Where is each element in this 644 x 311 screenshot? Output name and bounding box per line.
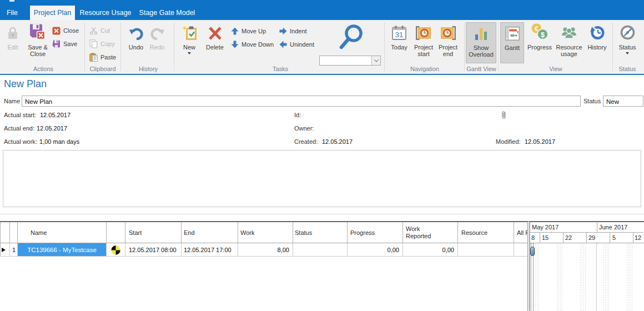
arrow-down-icon xyxy=(231,41,239,48)
status-input-field[interactable] xyxy=(603,97,643,107)
work-cell[interactable]: 8,00 xyxy=(238,243,289,256)
tab-resource-usage[interactable]: Resource Usage xyxy=(77,6,134,20)
paperclip-icon[interactable] xyxy=(501,110,506,119)
cell-separator xyxy=(125,243,125,257)
show-overload-button[interactable]: Show Overload xyxy=(466,22,496,63)
status-input[interactable] xyxy=(603,96,643,107)
start-cell[interactable]: 12.05.2017 08:00 xyxy=(129,243,179,256)
overload-chart-icon xyxy=(475,26,487,41)
column-header-end[interactable]: End xyxy=(184,222,234,243)
cut-button[interactable]: Cut xyxy=(89,26,110,35)
column-separator[interactable] xyxy=(181,222,182,243)
save-close-icon xyxy=(29,26,46,40)
column-header-start[interactable]: Start xyxy=(129,222,179,243)
save-icon xyxy=(52,40,61,48)
delete-x-icon xyxy=(208,26,222,40)
column-header-work[interactable]: Work xyxy=(240,222,290,243)
column-separator[interactable] xyxy=(514,222,514,243)
ribbon-tab-bar: File Project Plan Resource Usage Stage G… xyxy=(0,0,644,20)
resource-cell[interactable] xyxy=(460,243,511,256)
close-button[interactable]: Close xyxy=(52,26,79,35)
progress-button[interactable]: € $ Progress xyxy=(526,22,554,63)
tab-project-plan[interactable]: Project Plan xyxy=(30,6,75,20)
new-dropdown-caret xyxy=(188,52,191,54)
name-input-field[interactable] xyxy=(22,97,580,107)
project-start-icon xyxy=(415,26,432,40)
history-clock-icon xyxy=(590,26,605,40)
today-button[interactable]: 31 Today xyxy=(389,22,410,63)
month-boundary-line xyxy=(596,243,597,311)
column-header-name[interactable]: Name xyxy=(31,222,103,243)
gantt-task-bar[interactable] xyxy=(530,247,535,256)
column-separator[interactable] xyxy=(106,222,107,243)
edit-button[interactable]: Edit xyxy=(3,22,22,63)
save-button[interactable]: Save xyxy=(52,39,77,48)
resource-usage-button[interactable]: Resource usage xyxy=(555,22,583,63)
column-separator[interactable] xyxy=(457,222,458,243)
project-end-button[interactable]: Project end xyxy=(437,22,459,63)
status-button[interactable]: Status xyxy=(615,22,640,63)
column-separator[interactable] xyxy=(402,222,403,243)
column-separator[interactable] xyxy=(9,222,10,243)
column-header-status[interactable]: Status xyxy=(295,222,345,243)
delete-button[interactable]: Delete xyxy=(204,22,225,63)
app-window: File Project Plan Resource Usage Stage G… xyxy=(0,0,644,311)
tab-file[interactable]: File xyxy=(0,6,24,20)
task-search-input[interactable] xyxy=(320,56,371,65)
move-up-button[interactable]: Move Up xyxy=(231,27,266,36)
task-name-cell[interactable]: TC139666 - MyTestcase xyxy=(18,243,106,256)
description-textarea[interactable] xyxy=(3,150,641,207)
indent-button[interactable]: Indent xyxy=(279,27,307,36)
history-button[interactable]: History xyxy=(585,22,609,63)
column-separator[interactable] xyxy=(293,222,293,243)
paste-button[interactable]: Paste xyxy=(89,53,116,62)
group-separator xyxy=(84,22,85,71)
undo-button[interactable]: Undo xyxy=(127,22,145,63)
work-reported-cell[interactable]: 0,00 xyxy=(402,243,454,256)
gantt-week-label: 8 xyxy=(531,233,535,243)
column-separator[interactable] xyxy=(125,222,125,243)
column-separator[interactable] xyxy=(17,222,18,243)
task-search-combobox[interactable] xyxy=(319,56,381,66)
status-field-label: Status xyxy=(583,98,601,104)
task-type-icon[interactable] xyxy=(111,245,120,255)
name-field-label: Name xyxy=(4,98,20,104)
copy-icon xyxy=(89,39,98,48)
arrow-right-icon xyxy=(279,27,287,35)
arrow-up-icon xyxy=(231,27,239,35)
redo-button[interactable]: Redo xyxy=(148,22,167,63)
column-header-work-reported[interactable]: Work Reported xyxy=(406,222,456,243)
column-separator[interactable] xyxy=(347,222,348,243)
week-separator xyxy=(610,233,610,243)
column-header-progress[interactable]: Progress xyxy=(350,222,400,243)
weekend-band xyxy=(626,243,633,311)
group-separator xyxy=(174,22,174,71)
group-separator xyxy=(498,22,499,71)
group-label-status: Status xyxy=(613,66,641,73)
row-bottom-border xyxy=(0,256,527,257)
name-input[interactable] xyxy=(22,96,581,107)
combo-dropdown-button[interactable] xyxy=(371,56,380,65)
week-separator xyxy=(563,233,564,243)
end-cell[interactable]: 12.05.2017 17:00 xyxy=(184,243,234,256)
column-separator[interactable] xyxy=(238,222,238,243)
cell-separator xyxy=(9,243,10,257)
new-button[interactable]: New xyxy=(179,22,199,63)
progress-cell[interactable]: 0,00 xyxy=(347,243,399,256)
group-separator xyxy=(120,22,121,71)
group-label-clipboard: Clipboard xyxy=(84,66,121,73)
column-header-resource[interactable]: Resource xyxy=(461,222,511,243)
unindent-button[interactable]: Unindent xyxy=(279,40,314,49)
row-number[interactable]: 1 xyxy=(9,243,16,256)
save-and-close-button[interactable]: Save & Close xyxy=(24,22,51,63)
status-cell[interactable] xyxy=(295,243,344,256)
tab-stage-gate-model[interactable]: Stage Gate Model xyxy=(135,6,199,20)
project-start-button[interactable]: Project start xyxy=(412,22,435,63)
column-header-all-resources[interactable]: All Re xyxy=(517,222,527,243)
cell-separator xyxy=(457,243,458,257)
copy-button[interactable]: Copy xyxy=(89,39,115,48)
gantt-button[interactable]: Gantt xyxy=(500,22,524,63)
gantt-month-may: May 2017 xyxy=(532,222,559,232)
progress-coins-icon: € $ xyxy=(531,26,549,40)
move-down-button[interactable]: Move Down xyxy=(231,40,274,49)
